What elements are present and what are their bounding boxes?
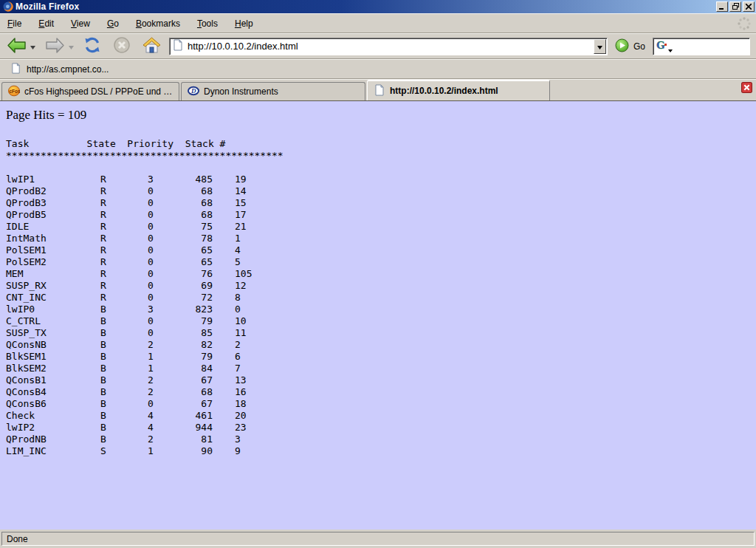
menu-help[interactable]: Help xyxy=(233,16,255,31)
table-row: SUSP_TXB08511 xyxy=(6,327,756,339)
page-icon xyxy=(10,63,21,76)
tab-1[interactable]: cFoscFos Highspeed DSL / PPPoE und ISDN … xyxy=(1,82,179,100)
dynon-icon: D xyxy=(188,85,199,99)
cell-state: R xyxy=(100,197,148,209)
cell-priority: 1 xyxy=(148,351,171,363)
cell-stack: 68 xyxy=(171,197,213,209)
status-panel: Done xyxy=(1,532,755,546)
search-bar[interactable]: G xyxy=(653,38,750,55)
table-row: CheckB446120 xyxy=(6,410,756,422)
cell-priority: 0 xyxy=(148,268,171,280)
cfos-icon: cFos xyxy=(8,85,20,99)
tab-2[interactable]: DDynon Instruments xyxy=(181,82,365,100)
cell-num: 8 xyxy=(213,292,756,304)
cell-priority: 0 xyxy=(148,280,171,292)
cell-num: 0 xyxy=(213,304,756,315)
cell-num: 6 xyxy=(213,351,756,363)
forward-icon xyxy=(45,37,65,56)
table-row: QProdB5R06817 xyxy=(6,209,756,221)
cell-task: BlkSEM2 xyxy=(6,363,100,374)
cell-num: 12 xyxy=(213,280,756,292)
cell-state: R xyxy=(100,280,148,292)
forward-dropdown[interactable] xyxy=(67,38,75,55)
minimize-icon xyxy=(719,1,725,12)
table-separator: ****************************************… xyxy=(6,150,756,162)
cell-num: 18 xyxy=(213,398,756,410)
restore-button[interactable] xyxy=(729,1,741,12)
cell-priority: 2 xyxy=(148,374,171,386)
cell-state: R xyxy=(100,244,148,256)
cell-num: 17 xyxy=(213,209,756,221)
task-table: lwIP1R348519QProdB2R06814QProdB3R06815QP… xyxy=(6,174,756,457)
cell-stack: 65 xyxy=(171,256,213,268)
cell-task: Check xyxy=(6,410,100,422)
table-row: lwIP2B494423 xyxy=(6,422,756,434)
cell-priority: 2 xyxy=(148,434,171,445)
menu-file[interactable]: File xyxy=(6,16,23,31)
cell-stack: 485 xyxy=(171,174,213,185)
cell-stack: 78 xyxy=(171,233,213,244)
cell-stack: 75 xyxy=(171,221,213,233)
forward-button[interactable] xyxy=(43,35,67,58)
search-input[interactable] xyxy=(673,40,749,53)
table-row: BlkSEM1B1796 xyxy=(6,351,756,363)
home-button[interactable] xyxy=(140,35,163,58)
cell-num: 23 xyxy=(213,422,756,434)
cell-task: QConsNB xyxy=(6,339,100,351)
cell-state: R xyxy=(100,221,148,233)
menu-view[interactable]: View xyxy=(69,16,92,31)
table-row: lwIP1R348519 xyxy=(6,174,756,185)
cell-task: QConsB6 xyxy=(6,398,100,410)
menu-go[interactable]: Go xyxy=(106,16,120,31)
cell-priority: 0 xyxy=(148,209,171,221)
table-row: IntMathR0781 xyxy=(6,233,756,244)
cell-task: PolSEM2 xyxy=(6,256,100,268)
cell-state: B xyxy=(100,434,148,445)
stop-button[interactable] xyxy=(111,34,133,58)
cell-num: 16 xyxy=(213,386,756,398)
throbber-icon xyxy=(737,16,752,31)
table-header: Task State Priority Stack # xyxy=(6,138,756,150)
tab-label: Dynon Instruments xyxy=(204,86,278,97)
menu-tools[interactable]: Tools xyxy=(196,16,219,31)
minimize-button[interactable] xyxy=(716,1,728,12)
cell-num: 11 xyxy=(213,327,756,339)
cell-stack: 461 xyxy=(171,410,213,422)
cell-priority: 0 xyxy=(148,185,171,197)
menu-bookmarks[interactable]: Bookmarks xyxy=(134,16,182,31)
back-button[interactable] xyxy=(4,35,29,58)
cell-priority: 0 xyxy=(148,244,171,256)
cell-task: CNT_INC xyxy=(6,292,100,304)
cell-num: 15 xyxy=(213,197,756,209)
cell-num: 3 xyxy=(213,434,756,445)
table-row: LIM_INCS1909 xyxy=(6,445,756,457)
cell-task: QProdNB xyxy=(6,434,100,445)
cell-stack: 68 xyxy=(171,209,213,221)
tab-label: cFos Highspeed DSL / PPPoE und ISDN CAP.… xyxy=(24,86,173,97)
menu-edit[interactable]: Edit xyxy=(37,16,55,31)
url-input[interactable]: http://10.0.10.2/index.html xyxy=(188,41,594,52)
cell-stack: 72 xyxy=(171,292,213,304)
bookmark-item[interactable]: http://as.cmpnet.co... xyxy=(7,61,111,78)
cell-stack: 65 xyxy=(171,244,213,256)
close-button[interactable] xyxy=(743,1,755,12)
page-icon xyxy=(374,84,385,98)
back-dropdown[interactable] xyxy=(29,38,37,55)
go-button[interactable]: Go xyxy=(615,38,645,55)
cell-state: B xyxy=(100,386,148,398)
back-icon xyxy=(7,37,27,56)
url-dropdown-button[interactable] xyxy=(594,39,606,54)
url-bar[interactable]: http://10.0.10.2/index.html xyxy=(169,38,608,55)
tab-close-button[interactable] xyxy=(741,82,752,95)
cell-priority: 3 xyxy=(148,174,171,185)
reload-button[interactable] xyxy=(81,34,103,58)
cell-priority: 0 xyxy=(148,221,171,233)
home-icon xyxy=(142,37,161,55)
cell-priority: 0 xyxy=(148,327,171,339)
cell-task: IntMath xyxy=(6,233,100,244)
page-hits-text: Page Hits = 109 xyxy=(6,108,756,123)
cell-priority: 0 xyxy=(148,197,171,209)
tab-3[interactable]: http://10.0.10.2/index.html xyxy=(367,80,550,100)
cell-priority: 2 xyxy=(148,386,171,398)
cell-state: B xyxy=(100,327,148,339)
